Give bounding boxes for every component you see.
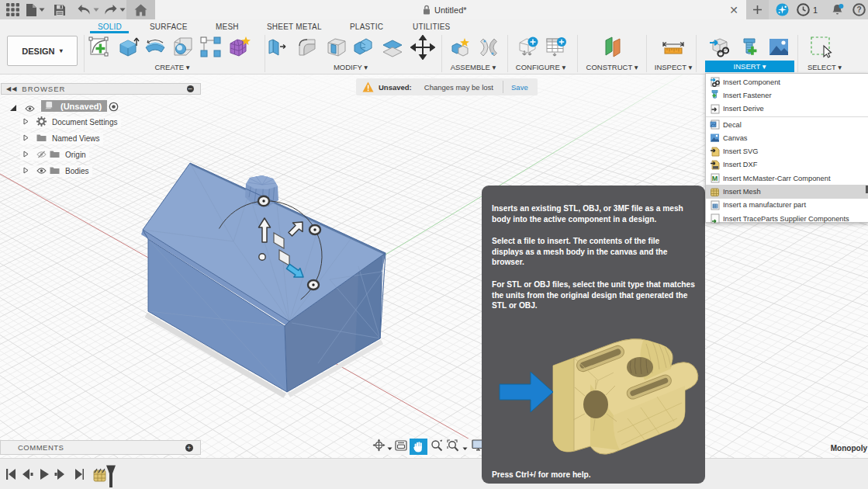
svg-text:M: M (712, 175, 718, 182)
svg-text:?: ? (856, 5, 861, 14)
